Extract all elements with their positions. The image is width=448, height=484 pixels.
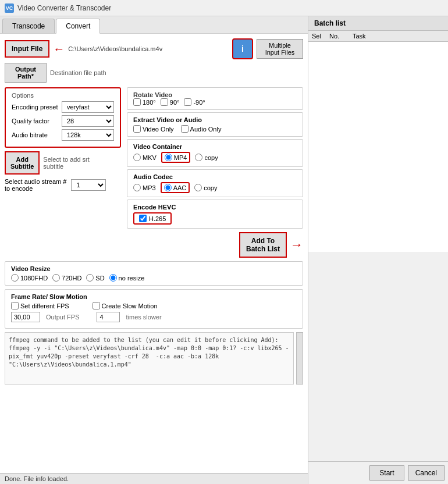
app-icon: VC: [5, 3, 14, 13]
audio-bitrate-label: Audio bitrate: [12, 131, 58, 138]
batch-list-header: Batch list: [308, 16, 448, 31]
fps-value-input[interactable]: [11, 312, 40, 322]
ac-copy-radio[interactable]: [194, 184, 202, 191]
batch-table-body: [308, 42, 448, 252]
rotate-video-section: Rotate Video 180° 90° -90°: [127, 87, 303, 110]
slow-times-label: times slower: [126, 314, 161, 321]
audio-codec-options: MP3 AAC copy: [133, 182, 297, 193]
left-col: Options Encoding preset veryfast ultrafa…: [5, 87, 121, 261]
rotate-options: 180° 90° -90°: [133, 98, 297, 106]
audio-stream-label: Select audio stream # to encode: [5, 178, 66, 192]
content-area: Input File ← C:\Users\z\Videos\bundalica…: [0, 34, 308, 473]
tab-transcode[interactable]: Transcode: [2, 19, 55, 33]
vr-noresize-label[interactable]: no resize: [109, 274, 145, 282]
vc-mp4-label[interactable]: MP4: [161, 152, 191, 163]
encoding-preset-row: Encoding preset veryfast ultrafast super…: [12, 101, 114, 113]
slow-value-input[interactable]: [97, 312, 120, 322]
start-button[interactable]: Start: [369, 465, 404, 481]
add-to-batch-button[interactable]: Add ToBatch List: [239, 232, 287, 258]
input-file-button[interactable]: Input File: [5, 40, 49, 58]
two-col-area: Options Encoding preset veryfast ultrafa…: [5, 87, 303, 261]
rotate-90-checkbox[interactable]: [161, 98, 168, 106]
create-slow-checkbox[interactable]: [93, 302, 100, 309]
tabs-row: Transcode Convert: [0, 16, 308, 34]
encode-hevc-section: Encode HEVC H.265: [127, 200, 303, 229]
video-only-checkbox[interactable]: [133, 125, 141, 133]
vc-mp4-radio[interactable]: [165, 154, 172, 161]
vr-1080-label[interactable]: 1080FHD: [11, 274, 48, 282]
add-subtitle-row: AddSubtitle Select to add srt subtitle: [5, 151, 121, 175]
vr-1080-radio[interactable]: [11, 274, 19, 282]
audio-bitrate-select[interactable]: 128k 64k 96k 192k 256k 320k: [62, 129, 114, 141]
audio-only-checkbox[interactable]: [181, 125, 189, 133]
scrollbar[interactable]: [296, 332, 303, 385]
quality-factor-select[interactable]: 28 18 20 22 24 26 30: [62, 115, 114, 127]
ac-copy-label[interactable]: copy: [194, 184, 217, 191]
output-path-row: OutputPath* Destination file path: [5, 63, 303, 83]
vr-sd-radio[interactable]: [86, 274, 94, 282]
command-area: ffmpeg command to be added to the list (…: [5, 332, 303, 385]
destination-label: Destination file path: [50, 69, 303, 76]
options-title: Options: [12, 92, 114, 99]
vr-720-radio[interactable]: [52, 274, 60, 282]
file-path-text: C:\Users\z\Videos\bundalica.m4v: [68, 45, 229, 52]
encoding-preset-select[interactable]: veryfast ultrafast superfast faster fast…: [62, 101, 114, 113]
options-section: Options Encoding preset veryfast ultrafa…: [5, 87, 121, 148]
output-path-button[interactable]: OutputPath*: [5, 63, 47, 83]
ac-aac-radio[interactable]: [164, 184, 172, 191]
quality-factor-label: Quality factor: [12, 118, 58, 124]
video-only-label[interactable]: Video Only: [133, 125, 174, 133]
rotate-90-label[interactable]: 90°: [161, 98, 180, 106]
audio-stream-select[interactable]: 1 2 3 4: [71, 179, 106, 191]
quality-factor-row: Quality factor 28 18 20 22 24 26 30: [12, 115, 114, 127]
multiple-input-button[interactable]: MultipleInput Files: [257, 39, 303, 59]
extract-options: Video Only Audio Only: [133, 125, 297, 133]
ac-mp3-radio[interactable]: [133, 184, 141, 191]
ac-title: Audio Codec: [133, 173, 297, 180]
set-fps-label[interactable]: Set different FPS: [11, 302, 69, 309]
rotate-180-checkbox[interactable]: [133, 98, 141, 106]
add-to-batch-row: Add ToBatch List →: [127, 232, 303, 258]
batch-footer: Start Cancel: [308, 461, 448, 484]
hevc-checkbox-row: H.265: [133, 212, 297, 225]
tab-convert[interactable]: Convert: [56, 19, 100, 34]
rotate-neg90-label[interactable]: -90°: [184, 98, 205, 106]
ac-mp3-label[interactable]: MP3: [133, 184, 156, 191]
fr-row2: Output FPS times slower: [11, 312, 297, 322]
app-title: Video Converter & Transcoder: [17, 4, 111, 12]
rotate-neg90-checkbox[interactable]: [184, 98, 191, 106]
hevc-label: H.265: [149, 215, 166, 222]
create-slow-label[interactable]: Create Slow Motion: [93, 302, 158, 309]
create-slow-text: Create Slow Motion: [102, 302, 158, 309]
vr-sd-label[interactable]: SD: [86, 274, 104, 282]
vc-mkv-label[interactable]: MKV: [133, 154, 157, 161]
vr-720-label[interactable]: 720HD: [52, 274, 81, 282]
right-col: Rotate Video 180° 90° -90° Extract Video…: [127, 87, 303, 261]
frame-rate-section: Frame Rate/ Slow Motion Set different FP…: [5, 289, 303, 329]
hevc-checkbox[interactable]: [139, 215, 147, 222]
batch-table-header: Sel No. Task: [308, 31, 448, 42]
frame-rate-box: Frame Rate/ Slow Motion Set different FP…: [5, 289, 303, 329]
extract-section: Extract Video or Audio Video Only Audio …: [127, 112, 303, 137]
encoding-preset-label: Encoding preset: [12, 104, 58, 111]
extract-title: Extract Video or Audio: [133, 116, 297, 123]
vr-title: Video Resize: [11, 265, 297, 272]
info-button[interactable]: i: [232, 38, 253, 59]
vc-title: Video Container: [133, 143, 297, 150]
right-panel: Batch list Sel No. Task Start Cancel: [308, 16, 448, 484]
command-textarea[interactable]: ffmpeg command to be added to the list (…: [5, 332, 294, 385]
rotate-180-label[interactable]: 180°: [133, 98, 156, 106]
ac-aac-label[interactable]: AAC: [161, 182, 190, 193]
cancel-button[interactable]: Cancel: [408, 465, 445, 481]
vc-copy-label[interactable]: copy: [195, 154, 218, 161]
audio-only-label[interactable]: Audio Only: [181, 125, 222, 133]
audio-codec-section: Audio Codec MP3 AAC copy: [127, 169, 303, 197]
set-fps-checkbox[interactable]: [11, 302, 19, 309]
audio-bitrate-row: Audio bitrate 128k 64k 96k 192k 256k 320…: [12, 129, 114, 141]
vr-noresize-radio[interactable]: [109, 274, 117, 282]
batch-col-sel-header: Sel: [312, 33, 329, 40]
add-to-batch-arrow: →: [290, 237, 303, 252]
vc-copy-radio[interactable]: [195, 154, 202, 161]
vc-mkv-radio[interactable]: [133, 154, 141, 161]
add-subtitle-button[interactable]: AddSubtitle: [5, 151, 40, 175]
